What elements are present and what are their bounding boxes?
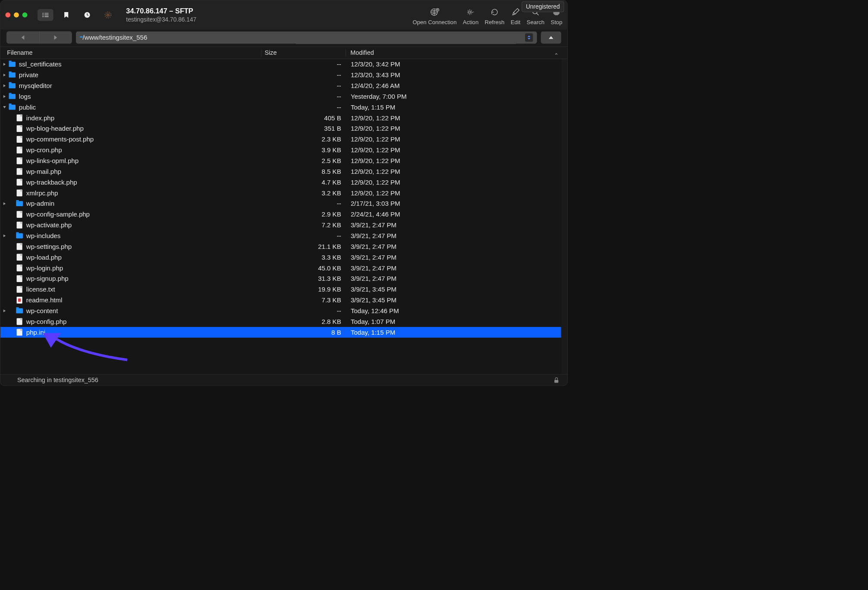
- file-modified: 12/9/20, 1:22 PM: [346, 135, 561, 143]
- file-row[interactable]: ssl_certificates--12/3/20, 3:42 PM: [0, 59, 561, 70]
- bonjour-icon[interactable]: [100, 9, 116, 21]
- disclosure-triangle[interactable]: [0, 106, 9, 109]
- path-dropdown-indicator[interactable]: [525, 33, 533, 42]
- disclosure-triangle[interactable]: [0, 73, 9, 77]
- browser-view-icon[interactable]: [38, 9, 53, 21]
- lock-icon: [554, 377, 559, 383]
- file-size: 7.2 KB: [261, 221, 346, 229]
- file-icon: [16, 136, 23, 143]
- file-row[interactable]: php.ini8 BToday, 1:15 PM: [0, 327, 561, 338]
- file-icon: [16, 254, 23, 261]
- file-row[interactable]: index.php405 B12/9/20, 1:22 PM: [0, 113, 561, 123]
- file-modified: 12/9/20, 1:22 PM: [346, 179, 561, 186]
- file-row[interactable]: logs--Yesterday, 7:00 PM: [0, 91, 561, 102]
- close-window-button[interactable]: [5, 13, 10, 18]
- file-row[interactable]: wp-admin--2/17/21, 3:03 PM: [0, 198, 561, 209]
- file-size: 3.9 KB: [261, 146, 346, 154]
- file-modified: 3/9/21, 2:47 PM: [346, 243, 561, 251]
- svg-marker-23: [3, 63, 6, 66]
- file-size: 19.9 KB: [261, 286, 346, 293]
- disclosure-triangle[interactable]: [0, 95, 9, 98]
- file-row[interactable]: wp-blog-header.php351 B12/9/20, 1:22 PM: [0, 123, 561, 134]
- folder-icon: [9, 61, 16, 68]
- file-row[interactable]: wp-links-opml.php2.5 KB12/9/20, 1:22 PM: [0, 155, 561, 166]
- html-file-icon: [16, 297, 23, 304]
- svg-marker-24: [3, 74, 6, 77]
- file-icon: [16, 222, 23, 229]
- disclosure-triangle[interactable]: [0, 63, 9, 66]
- file-row[interactable]: private--12/3/20, 3:43 PM: [0, 70, 561, 81]
- nav-back-button[interactable]: [6, 31, 39, 44]
- unregistered-badge: Unregistered: [522, 1, 564, 12]
- svg-marker-27: [3, 106, 6, 108]
- file-row[interactable]: mysqleditor--12/4/20, 2:46 AM: [0, 80, 561, 91]
- svg-marker-22: [549, 36, 553, 39]
- file-name: wp-config.php: [26, 318, 67, 326]
- file-name: wp-cron.php: [26, 146, 62, 154]
- file-row[interactable]: public--Today, 1:15 PM: [0, 102, 561, 113]
- file-list[interactable]: ssl_certificates--12/3/20, 3:42 PMprivat…: [0, 59, 561, 374]
- file-row[interactable]: license.txt19.9 KB3/9/21, 3:45 PM: [0, 284, 561, 295]
- action-button[interactable]: Action: [463, 6, 478, 25]
- file-icon: [16, 179, 23, 186]
- file-row[interactable]: wp-config.php2.8 KBToday, 1:07 PM: [0, 316, 561, 327]
- connection-title: 34.70.86.147 – SFTP: [126, 7, 407, 15]
- column-size[interactable]: Size: [261, 49, 346, 56]
- action-label: Action: [463, 19, 478, 25]
- open-connection-button[interactable]: Open Connection: [413, 6, 457, 25]
- svg-marker-29: [3, 234, 6, 237]
- file-modified: Today, 1:15 PM: [346, 104, 561, 111]
- file-row[interactable]: wp-settings.php21.1 KB3/9/21, 2:47 PM: [0, 241, 561, 252]
- connection-subtitle: testingsitex@34.70.86.147: [126, 16, 407, 23]
- file-modified: 3/9/21, 2:47 PM: [346, 275, 561, 282]
- file-row[interactable]: wp-cron.php3.9 KB12/9/20, 1:22 PM: [0, 145, 561, 156]
- file-row[interactable]: wp-config-sample.php2.9 KB2/24/21, 4:46 …: [0, 209, 561, 220]
- file-row[interactable]: wp-comments-post.php2.3 KB12/9/20, 1:22 …: [0, 134, 561, 145]
- column-headers: Filename Size Modified⌃: [0, 47, 568, 59]
- file-row[interactable]: wp-activate.php7.2 KB3/9/21, 2:47 PM: [0, 220, 561, 230]
- file-row[interactable]: wp-trackback.php4.7 KB12/9/20, 1:22 PM: [0, 177, 561, 188]
- file-size: --: [261, 307, 346, 315]
- file-size: --: [261, 71, 346, 79]
- file-size: 2.9 KB: [261, 210, 346, 218]
- file-row[interactable]: wp-signup.php31.3 KB3/9/21, 2:47 PM: [0, 273, 561, 284]
- vertical-scrollbar[interactable]: [561, 59, 567, 374]
- disclosure-triangle[interactable]: [0, 202, 9, 205]
- refresh-button[interactable]: Refresh: [485, 6, 505, 25]
- edit-label: Edit: [511, 19, 521, 25]
- file-row[interactable]: wp-load.php3.3 KB3/9/21, 2:47 PM: [0, 252, 561, 263]
- file-row[interactable]: wp-mail.php8.5 KB12/9/20, 1:22 PM: [0, 166, 561, 177]
- disclosure-triangle[interactable]: [0, 309, 9, 313]
- edit-button[interactable]: Edit: [511, 6, 521, 25]
- file-icon: [16, 147, 23, 154]
- path-field[interactable]: /www/testingsitex_556: [76, 31, 537, 44]
- file-modified: 12/4/20, 2:46 AM: [346, 82, 561, 90]
- file-modified: 12/9/20, 1:22 PM: [346, 168, 561, 176]
- column-modified[interactable]: Modified⌃: [346, 49, 567, 56]
- file-name: xmlrpc.php: [26, 189, 58, 197]
- globe-plus-icon: [413, 6, 457, 18]
- file-row[interactable]: readme.html7.3 KB3/9/21, 3:45 PM: [0, 295, 561, 305]
- disclosure-triangle[interactable]: [0, 234, 9, 238]
- disclosure-triangle[interactable]: [0, 84, 9, 88]
- column-filename[interactable]: Filename: [7, 49, 261, 56]
- file-row[interactable]: xmlrpc.php3.2 KB12/9/20, 1:22 PM: [0, 188, 561, 198]
- file-modified: 12/9/20, 1:22 PM: [346, 157, 561, 165]
- minimize-window-button[interactable]: [14, 13, 19, 18]
- history-icon[interactable]: [79, 9, 95, 21]
- nav-forward-button[interactable]: [39, 31, 72, 44]
- file-row[interactable]: wp-includes--3/9/21, 2:47 PM: [0, 230, 561, 241]
- refresh-label: Refresh: [485, 19, 505, 25]
- up-directory-button[interactable]: [541, 31, 561, 44]
- file-row[interactable]: wp-login.php45.0 KB3/9/21, 2:47 PM: [0, 263, 561, 273]
- file-row[interactable]: wp-content--Today, 12:46 PM: [0, 305, 561, 316]
- file-size: --: [261, 60, 346, 68]
- maximize-window-button[interactable]: [22, 13, 28, 18]
- file-name: mysqleditor: [19, 82, 52, 90]
- toolbar: 34.70.86.147 – SFTP testingsitex@34.70.8…: [0, 0, 568, 30]
- file-name: license.txt: [26, 286, 55, 293]
- nav-arrows: [6, 31, 72, 44]
- file-icon: [16, 286, 23, 293]
- file-modified: Today, 12:46 PM: [346, 307, 561, 315]
- bookmark-icon[interactable]: [58, 9, 74, 21]
